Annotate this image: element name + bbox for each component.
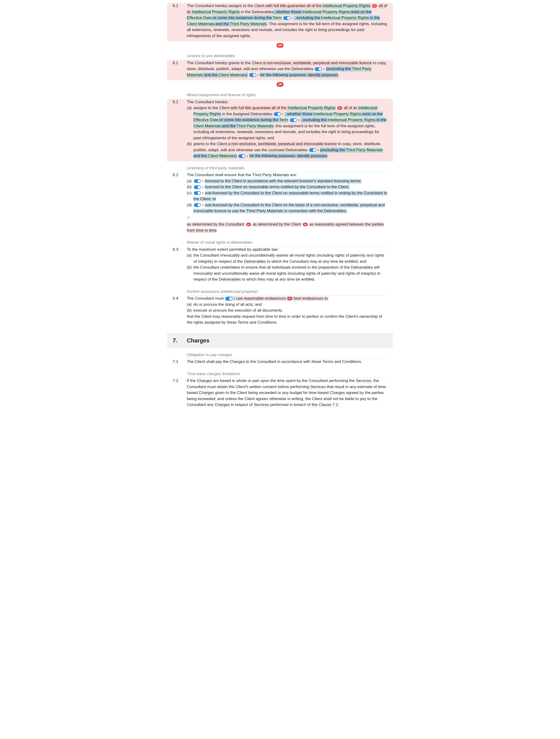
- option-text[interactable]: in the: [376, 118, 386, 122]
- defined-term[interactable]: Client: [254, 4, 264, 8]
- defined-term[interactable]: Third Party Materials: [246, 208, 283, 213]
- defined-term[interactable]: Third Party Materials: [252, 173, 289, 177]
- defined-term[interactable]: Term: [279, 118, 288, 122]
- chevron-right-icon[interactable]: [292, 17, 293, 19]
- defined-term[interactable]: Charges: [197, 379, 212, 383]
- defined-term[interactable]: Intellectual Property Rights: [328, 118, 376, 122]
- defined-term[interactable]: Client: [217, 142, 227, 146]
- defined-term[interactable]: Intellectual Property Rights: [313, 112, 361, 116]
- option-text[interactable]: in connection with the: [283, 208, 324, 213]
- defined-term[interactable]: Deliverables: [351, 265, 373, 270]
- option-text[interactable]: , whether those: [285, 112, 313, 116]
- option-text[interactable]: ,: [346, 208, 347, 213]
- toggle-icon[interactable]: [194, 191, 201, 195]
- or-badge[interactable]: OR: [276, 43, 284, 48]
- defined-term[interactable]: Deliverables: [244, 259, 266, 264]
- option-text[interactable]: for the following purposes:: [260, 73, 308, 77]
- option-text[interactable]: for the following purposes:: [249, 154, 297, 158]
- chevron-right-icon[interactable]: [318, 149, 319, 151]
- option-text[interactable]: or come into existence during the: [212, 15, 273, 20]
- defined-term[interactable]: Licensed Deliverables: [268, 148, 307, 152]
- defined-term[interactable]: Client Materials: [187, 22, 215, 26]
- defined-term[interactable]: Charges: [330, 391, 345, 395]
- option-text[interactable]: and the: [203, 73, 219, 78]
- defined-term[interactable]: Intellectual Property Rights: [321, 15, 369, 20]
- defined-term[interactable]: Term: [273, 15, 282, 20]
- option-text[interactable]: or come into existence during the: [218, 118, 280, 122]
- option-text[interactable]: in the: [369, 15, 380, 20]
- option-text[interactable]: licensed to the Client on reasonable ter…: [205, 185, 349, 189]
- defined-term[interactable]: Third Party Materials: [237, 124, 273, 128]
- defined-term[interactable]: Effective Date: [187, 15, 212, 20]
- defined-term[interactable]: Charges: [215, 403, 230, 407]
- toggle-icon[interactable]: [194, 179, 201, 183]
- option-text[interactable]: exist on the: [361, 112, 383, 116]
- chevron-right-icon[interactable]: [282, 113, 284, 115]
- chevron-right-icon[interactable]: [298, 119, 300, 121]
- option-text[interactable]: ): [246, 73, 248, 77]
- editable-placeholder[interactable]: identify purposes: [297, 154, 327, 158]
- toggle-icon[interactable]: [309, 148, 316, 152]
- defined-term[interactable]: Intellectual Property Rights: [302, 10, 350, 14]
- defined-term[interactable]: Deliverables: [291, 66, 313, 71]
- option-text[interactable]: ): [236, 154, 237, 158]
- toggle-icon[interactable]: [194, 203, 201, 207]
- option-text[interactable]: (excluding the: [320, 148, 346, 152]
- option-text[interactable]: sub-licensed by the Consultant to the Cl…: [193, 191, 387, 201]
- toggle-icon[interactable]: [274, 112, 281, 116]
- toggle-icon[interactable]: [238, 154, 245, 158]
- or-badge[interactable]: OR: [276, 82, 284, 87]
- option-text[interactable]: with full title guarantee all of the: [230, 106, 288, 110]
- editable-placeholder[interactable]: identify purposes: [308, 73, 338, 78]
- option-text[interactable]: and the: [193, 154, 208, 158]
- defined-term[interactable]: Client Materials: [193, 124, 221, 128]
- defined-term[interactable]: Client: [219, 106, 230, 110]
- chevron-right-icon[interactable]: [258, 74, 259, 76]
- option-text[interactable]: , whether those: [274, 10, 302, 14]
- or-badge[interactable]: or: [303, 223, 308, 226]
- chevron-right-icon[interactable]: [247, 155, 248, 157]
- defined-term[interactable]: Third Party Materials: [230, 22, 267, 26]
- defined-term[interactable]: Charges: [199, 391, 214, 395]
- toggle-icon[interactable]: [249, 73, 256, 77]
- cross-reference[interactable]: this Clause 7.2: [311, 403, 338, 407]
- option-text[interactable]: (excluding the: [326, 66, 352, 71]
- defined-term[interactable]: Assigned Deliverables: [233, 112, 272, 116]
- option-text[interactable]: best endeavours to: [294, 296, 328, 301]
- defined-term[interactable]: Services: [254, 403, 269, 407]
- defined-term[interactable]: Third Party Materials: [346, 148, 383, 152]
- or-badge[interactable]: or: [372, 4, 377, 8]
- defined-term[interactable]: Client Materials: [219, 73, 246, 78]
- option-text[interactable]: with full title guarantee all of the: [265, 4, 323, 8]
- chevron-right-icon[interactable]: [202, 186, 204, 188]
- option-text[interactable]: all of its: [343, 106, 358, 110]
- defined-term[interactable]: Client: [252, 61, 262, 65]
- defined-term[interactable]: Charges: [230, 359, 245, 364]
- defined-term[interactable]: Services: [356, 379, 371, 383]
- defined-term[interactable]: Deliverables: [324, 208, 346, 213]
- toggle-icon[interactable]: [194, 185, 201, 189]
- defined-term[interactable]: Intellectual Property Rights: [288, 106, 335, 110]
- option-text[interactable]: a non-exclusive, worldwide, perpetual an…: [227, 142, 337, 146]
- defined-term[interactable]: Effective Date: [193, 118, 218, 122]
- option-text[interactable]: , excluding the: [294, 15, 321, 20]
- toggle-icon[interactable]: [290, 118, 297, 122]
- option-text[interactable]: licensed to the Client in accordance wit…: [205, 179, 362, 183]
- defined-term[interactable]: Intellectual Property Rights: [322, 4, 370, 8]
- option-text[interactable]: and the: [215, 22, 230, 26]
- option-text[interactable]: exist on the: [350, 10, 372, 14]
- defined-term[interactable]: Deliverables: [252, 10, 274, 14]
- option-text[interactable]: , excluding the: [301, 118, 327, 122]
- toggle-icon[interactable]: [315, 67, 322, 71]
- chevron-right-icon[interactable]: [323, 68, 325, 70]
- option-text[interactable]: as determined by the Consultant: [187, 222, 245, 227]
- defined-term[interactable]: Intellectual Property Rights: [192, 10, 240, 14]
- toggle-icon[interactable]: [226, 297, 233, 301]
- option-text[interactable]: a non-exclusive, worldwide, perpetual an…: [262, 61, 372, 65]
- defined-term[interactable]: Deliverables: [219, 277, 241, 282]
- or-badge[interactable]: or: [337, 106, 342, 110]
- or-badge[interactable]: or: [287, 297, 292, 300]
- option-text[interactable]: use reasonable endeavours: [236, 296, 286, 301]
- chevron-right-icon[interactable]: [202, 192, 204, 194]
- chevron-right-icon[interactable]: [202, 180, 204, 182]
